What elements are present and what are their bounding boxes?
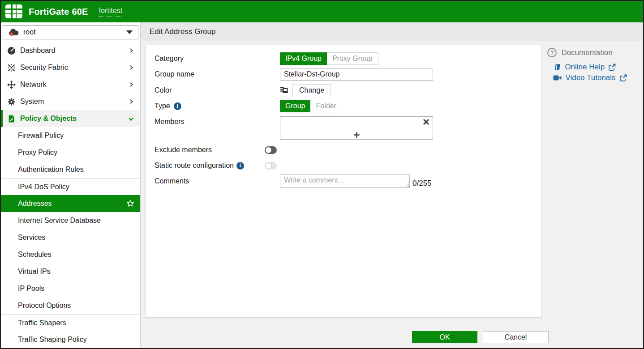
comments-label: Comments	[155, 177, 280, 185]
exclude-members-label: Exclude members	[155, 146, 265, 154]
cloud-gear-icon	[8, 28, 19, 37]
color-label: Color	[155, 86, 280, 94]
sidebar-subitem-traffic-shapers[interactable]: Traffic Shapers	[1, 314, 140, 331]
static-route-row: Static route configuration i	[155, 162, 541, 170]
page-title: Edit Address Group	[141, 22, 643, 41]
external-link-icon	[619, 74, 627, 82]
category-label: Category	[155, 55, 280, 63]
book-icon	[553, 63, 561, 71]
sidebar-subitem-authentication-rules[interactable]: Authentication Rules	[1, 161, 140, 178]
sidebar-item-network[interactable]: Network	[1, 76, 140, 93]
sidebar-subitem-protocol-options[interactable]: Protocol Options	[1, 297, 140, 314]
type-segmented-control: Group Folder	[280, 100, 342, 112]
documentation-panel: ? Documentation Online Help	[547, 48, 643, 82]
exclude-members-row: Exclude members	[155, 146, 541, 154]
group-name-row: Group name	[155, 68, 541, 81]
online-help-link[interactable]: Online Help	[553, 63, 643, 72]
color-change-button[interactable]: Change	[292, 84, 331, 96]
chevron-right-icon	[129, 82, 134, 87]
sidebar-item-dashboard[interactable]: Dashboard	[1, 42, 140, 59]
category-row: Category IPv4 Group Proxy Group	[155, 52, 541, 65]
sidebar-subitem-services[interactable]: Services	[1, 229, 140, 246]
hostname-label[interactable]: fortitest	[99, 7, 122, 17]
type-row: Type i Group Folder	[155, 100, 541, 112]
policy-objects-icon	[6, 115, 16, 123]
favorite-star-icon[interactable]	[126, 199, 135, 208]
system-gear-icon	[6, 98, 16, 106]
sidebar-item-system[interactable]: System	[1, 93, 140, 110]
members-label: Members	[155, 116, 280, 126]
group-name-input[interactable]	[280, 68, 433, 81]
members-row: Members	[155, 116, 541, 140]
color-row: Color Change	[155, 84, 541, 96]
chevron-down-icon	[128, 116, 134, 122]
category-segmented-control: IPv4 Group Proxy Group	[280, 52, 378, 65]
network-icon	[6, 81, 16, 89]
sidebar-subitem-schedules[interactable]: Schedules	[1, 246, 140, 263]
sidebar: root Dashboard Securit	[1, 22, 141, 348]
vdom-selector[interactable]: root	[3, 25, 138, 39]
top-bar: FortiGate 60E fortitest	[1, 1, 643, 22]
category-option-ipv4-group[interactable]: IPv4 Group	[280, 52, 327, 65]
chevron-right-icon	[129, 48, 134, 53]
fortinet-logo-icon	[5, 4, 23, 19]
question-circle-icon: ?	[547, 48, 557, 57]
group-name-label: Group name	[155, 70, 280, 78]
sidebar-subitem-virtual-ips[interactable]: Virtual IPs	[1, 263, 140, 280]
sidebar-subitem-internet-service-database[interactable]: Internet Service Database	[1, 212, 140, 229]
type-option-group[interactable]: Group	[280, 100, 310, 112]
static-route-info-icon[interactable]: i	[236, 162, 244, 170]
color-swatch-icon	[280, 86, 289, 95]
content-area: Edit Address Group Category IPv4 Group P…	[141, 22, 643, 348]
type-info-icon[interactable]: i	[174, 102, 181, 110]
exclude-members-toggle[interactable]	[265, 146, 277, 154]
static-route-label: Static route configuration i	[155, 162, 265, 170]
chevron-right-icon	[129, 65, 134, 70]
sidebar-subitem-proxy-policy[interactable]: Proxy Policy	[1, 144, 140, 161]
ok-button[interactable]: OK	[412, 331, 477, 343]
sidebar-subitem-firewall-policy[interactable]: Firewall Policy	[1, 127, 140, 144]
comments-row: Comments 0/255	[155, 174, 541, 188]
edit-address-group-form: Category IPv4 Group Proxy Group Group na…	[145, 45, 541, 318]
video-camera-icon	[553, 74, 562, 81]
cancel-button[interactable]: Cancel	[483, 331, 549, 343]
clear-members-icon[interactable]	[423, 119, 429, 125]
sidebar-subitem-addresses[interactable]: Addresses	[1, 195, 140, 212]
type-label: Type i	[155, 102, 280, 110]
vdom-value: root	[23, 28, 126, 36]
video-tutorials-link[interactable]: Video Tutorials	[553, 73, 643, 82]
security-fabric-icon	[6, 64, 16, 72]
sidebar-item-security-fabric[interactable]: Security Fabric	[1, 59, 140, 76]
members-select-box[interactable]	[280, 116, 433, 140]
sidebar-subitem-ip-pools[interactable]: IP Pools	[1, 280, 140, 297]
dashboard-icon	[6, 47, 16, 55]
device-name: FortiGate 60E	[29, 7, 88, 17]
sidebar-subitem-traffic-shaping-policy[interactable]: Traffic Shaping Policy	[1, 331, 140, 348]
dropdown-caret-icon	[126, 30, 133, 34]
form-actions: OK Cancel	[412, 331, 549, 343]
sidebar-subitem-ipv4-dos-policy[interactable]: IPv4 DoS Policy	[1, 178, 140, 195]
type-option-folder[interactable]: Folder	[310, 100, 342, 112]
comments-textarea[interactable]	[280, 174, 410, 188]
add-member-icon[interactable]	[280, 132, 433, 138]
documentation-title: Documentation	[561, 48, 612, 57]
chevron-right-icon	[129, 99, 134, 104]
sidebar-item-policy-objects[interactable]: Policy & Objects	[1, 110, 140, 127]
external-link-icon	[608, 64, 616, 71]
comments-char-counter: 0/255	[412, 179, 432, 188]
static-route-toggle[interactable]	[265, 162, 277, 170]
category-option-proxy-group[interactable]: Proxy Group	[327, 52, 378, 65]
